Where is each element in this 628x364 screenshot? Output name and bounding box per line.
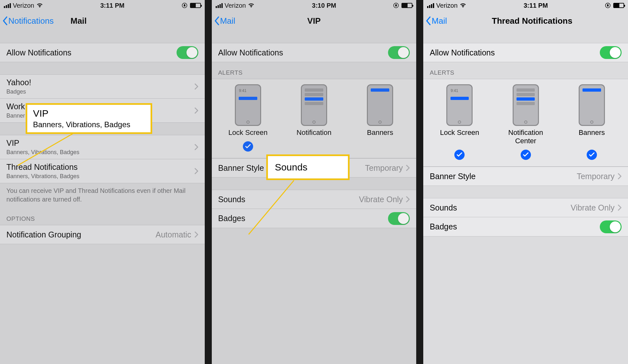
orientation-lock-icon	[393, 3, 399, 8]
thread-sub: Banners, Vibrations, Badges	[6, 173, 79, 180]
alert-notification-center[interactable]: Notification Center	[502, 84, 550, 145]
status-time: 3:10 PM	[255, 2, 393, 9]
battery-icon	[401, 3, 412, 8]
allow-toggle[interactable]	[388, 46, 410, 59]
account-name: Yahoo!	[6, 78, 31, 87]
account-row-yahoo[interactable]: Yahoo! Badges	[0, 74, 205, 99]
back-label: Notifications	[8, 16, 54, 26]
allow-toggle[interactable]	[177, 46, 198, 59]
callout-sub: Banners, Vibrations, Badges	[33, 120, 145, 129]
chevron-left-icon	[214, 16, 219, 25]
banner-style-value: Temporary	[365, 163, 403, 173]
footer-text: You can receive VIP and Thread Notificat…	[0, 183, 205, 208]
alert-lockscreen[interactable]: 9:41 Lock Screen	[435, 84, 483, 145]
alert-check-row	[423, 148, 628, 167]
chevron-right-icon	[618, 204, 622, 211]
badges-label: Badges	[430, 222, 457, 231]
sounds-label: Sounds	[430, 203, 457, 212]
alert-banners[interactable]: Banners	[356, 84, 404, 137]
nav-title: VIP	[212, 16, 417, 26]
allow-toggle[interactable]	[600, 46, 622, 59]
vip-label: VIP	[6, 138, 79, 148]
alerts-row: 9:41 Lock Screen Notification Center Ban…	[423, 79, 628, 148]
options-header: OPTIONS	[0, 208, 205, 225]
allow-label: Allow Notifications	[218, 48, 283, 57]
sounds-label: Sounds	[218, 195, 245, 204]
allow-notifications-row[interactable]: Allow Notifications	[423, 43, 628, 62]
wifi-icon	[248, 3, 255, 8]
nav-title: Thread Notifications	[423, 16, 628, 26]
chevron-right-icon	[194, 168, 198, 174]
nav-header: Notifications Mail	[0, 11, 205, 31]
account-name: Work	[6, 102, 25, 111]
status-time: 3:11 PM	[467, 2, 605, 9]
status-bar: Verizon 3:10 PM	[212, 0, 417, 11]
allow-notifications-row[interactable]: Allow Notifications	[0, 43, 205, 62]
carrier-label: Verizon	[436, 2, 458, 9]
status-bar: Verizon 3:11 PM	[0, 0, 205, 11]
alerts-header: ALERTS	[212, 62, 417, 79]
status-bar: Verizon 3:11 PM	[423, 0, 628, 11]
chevron-right-icon	[194, 144, 198, 150]
banner-style-row[interactable]: Banner Style Temporary	[423, 167, 628, 186]
vip-row[interactable]: VIP Banners, Vibrations, Badges	[0, 135, 205, 159]
chevron-left-icon	[426, 16, 431, 25]
allow-label: Allow Notifications	[430, 48, 495, 57]
banner-style-label: Banner Style	[430, 172, 475, 181]
sounds-value: Vibrate Only	[359, 195, 403, 204]
signal-icon	[427, 3, 434, 8]
chevron-right-icon	[618, 173, 622, 179]
signal-icon	[4, 3, 11, 8]
badges-row[interactable]: Badges	[212, 209, 417, 228]
chevron-right-icon	[406, 165, 410, 171]
callout-title: VIP	[33, 108, 145, 119]
carrier-label: Verizon	[13, 2, 34, 9]
chevron-right-icon	[194, 231, 198, 238]
notification-grouping-row[interactable]: Notification Grouping Automatic	[0, 225, 205, 244]
thread-notifications-row[interactable]: Thread Notifications Banners, Vibrations…	[0, 159, 205, 183]
badges-toggle[interactable]	[600, 220, 622, 233]
check-icon[interactable]	[587, 150, 597, 160]
account-sub: Badges	[6, 88, 31, 95]
back-button[interactable]: Notifications	[3, 16, 54, 26]
callout-title: Sounds	[275, 162, 341, 173]
grouping-value: Automatic	[156, 230, 191, 239]
chevron-right-icon	[406, 196, 410, 203]
status-time: 3:11 PM	[43, 2, 182, 9]
alerts-header: ALERTS	[423, 62, 628, 79]
alert-banners[interactable]: Banners	[568, 84, 616, 145]
banner-style-value: Temporary	[577, 172, 615, 181]
screen-vip: Verizon 3:10 PM Mail VIP Allow Notificat…	[212, 0, 417, 364]
back-label: Mail	[220, 16, 236, 26]
alert-notification-center[interactable]: Notification	[290, 84, 338, 137]
thread-label: Thread Notifications	[6, 162, 79, 172]
badges-toggle[interactable]	[388, 212, 410, 225]
callout-sounds: Sounds	[266, 154, 350, 180]
check-icon[interactable]	[243, 141, 253, 152]
sounds-value: Vibrate Only	[571, 203, 615, 212]
back-button[interactable]: Mail	[426, 16, 447, 26]
wifi-icon	[459, 3, 467, 8]
orientation-lock-icon	[182, 3, 187, 8]
screen-mail-notifications: Verizon 3:11 PM Notifications Mail Allow…	[0, 0, 205, 364]
chevron-right-icon	[194, 107, 198, 114]
chevron-right-icon	[194, 83, 198, 90]
back-label: Mail	[432, 16, 447, 26]
alerts-row: 9:41 Lock Screen Notification Banners	[212, 79, 417, 139]
callout-vip: VIP Banners, Vibrations, Badges	[26, 103, 152, 134]
sounds-row[interactable]: Sounds Vibrate Only	[212, 190, 417, 209]
grouping-label: Notification Grouping	[6, 230, 81, 239]
check-icon[interactable]	[454, 150, 465, 160]
back-button[interactable]: Mail	[214, 16, 236, 26]
allow-notifications-row[interactable]: Allow Notifications	[212, 43, 417, 62]
check-icon[interactable]	[521, 150, 531, 160]
screen-thread-notifications: Verizon 3:11 PM Mail Thread Notification…	[423, 0, 628, 364]
battery-icon	[190, 3, 201, 8]
chevron-left-icon	[3, 16, 8, 25]
nav-header: Mail Thread Notifications	[423, 11, 628, 31]
account-sub: Banner	[6, 112, 25, 119]
signal-icon	[216, 3, 223, 8]
badges-row[interactable]: Badges	[423, 217, 628, 236]
alert-lockscreen[interactable]: 9:41 Lock Screen	[224, 84, 272, 137]
sounds-row[interactable]: Sounds Vibrate Only	[423, 198, 628, 217]
